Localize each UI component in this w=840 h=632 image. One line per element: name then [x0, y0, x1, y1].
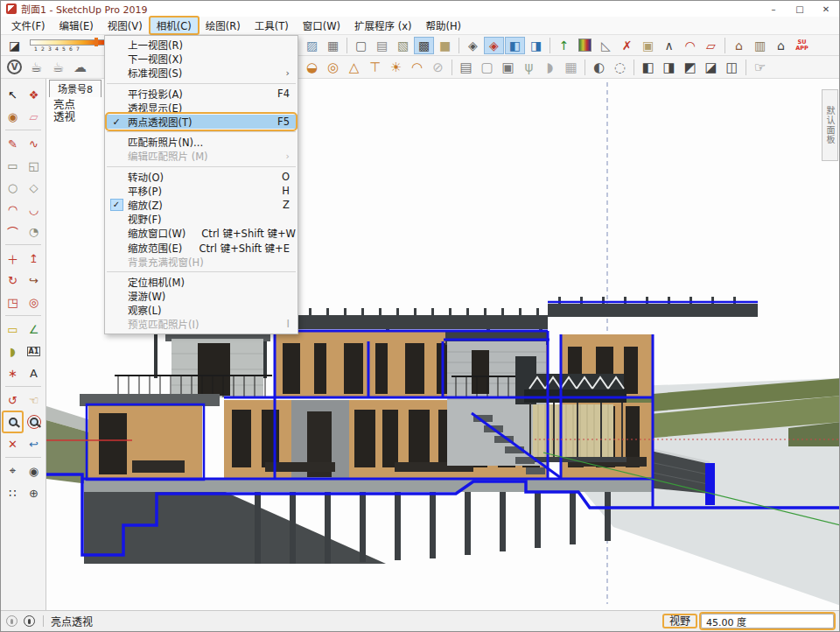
menu-camera[interactable]: 相机(C) [150, 17, 199, 34]
quad-face-icon[interactable]: ▱ [701, 37, 721, 54]
polygon-tool[interactable]: ◇ [24, 177, 44, 198]
sandbox-stamp-icon[interactable]: ⊤ [365, 57, 385, 77]
wireframe-icon[interactable]: ▢ [351, 37, 371, 54]
sandbox-add-detail-icon[interactable]: ◠ [407, 57, 427, 77]
eraser-tool[interactable]: ▱ [24, 106, 44, 127]
sandbox-from-scratch-icon[interactable]: ◎ [323, 57, 343, 77]
line-tool[interactable]: ✎ [3, 133, 23, 154]
default-tray-tab[interactable]: 默认面板 [822, 89, 838, 161]
sandbox-flip-edge-icon[interactable]: ⊘ [428, 57, 448, 77]
arc-tool[interactable]: ◠ [3, 199, 23, 220]
select-tool[interactable]: ↖ [3, 84, 23, 105]
previous-view-tool[interactable]: ↩ [24, 433, 44, 454]
shaded-textures-icon[interactable]: ▩ [414, 37, 434, 54]
rotated-rectangle-tool[interactable]: ◱ [24, 155, 44, 176]
zoom-tool[interactable] [3, 411, 23, 432]
minimize-button[interactable]: – [760, 1, 787, 17]
move-tool[interactable]: ＋ [3, 248, 23, 269]
xray-mode-icon[interactable]: ▨ [302, 37, 322, 54]
camera-menu-item-11[interactable]: 转动(O)O [105, 170, 298, 184]
chaos-cloud-icon[interactable]: ☁ [70, 57, 90, 77]
zoom-extents-tool[interactable]: ✕ [3, 433, 23, 454]
camera-menu-item-13[interactable]: ✓缩放(Z)Z [105, 198, 298, 212]
freehand-tool[interactable]: ∿ [24, 133, 44, 154]
path-frame-icon[interactable]: ∧ [659, 37, 679, 54]
box-new-icon[interactable]: ▣ [498, 57, 518, 77]
display-section-cuts-icon[interactable]: ◧ [505, 37, 525, 54]
menu-item-1[interactable]: 编辑(E) [52, 17, 101, 34]
camera-menu-item-0[interactable]: 上一视图(R) [105, 38, 298, 52]
match-photo-board-icon[interactable]: ▤ [456, 57, 476, 77]
scale-tool[interactable]: ◳ [3, 291, 23, 312]
make-component-tool[interactable]: ❖ [24, 84, 44, 105]
vray-interactive-render-icon[interactable]: ☕ [48, 57, 68, 77]
cube-style-4-icon[interactable]: ◪ [701, 57, 721, 77]
menu-item-0[interactable]: 文件(F) [4, 17, 52, 34]
camera-menu-item-14[interactable]: 视野(F) [105, 212, 298, 226]
arc-tool-red-icon[interactable]: ◠ [680, 37, 700, 54]
cube-style-1-icon[interactable]: ◧ [638, 57, 658, 77]
cube-style-2-icon[interactable]: ◨ [659, 57, 679, 77]
credits-icon[interactable] [24, 615, 35, 627]
axes-reset-icon[interactable]: ✗ [617, 37, 637, 54]
text-tool[interactable]: A1 [24, 341, 44, 362]
suapp-badge[interactable]: SUAPP [792, 37, 812, 54]
walk-tool[interactable]: ∷ [3, 482, 23, 503]
pie-tool[interactable]: ◔ [24, 221, 44, 242]
two-point-arc-tool[interactable]: ◡ [24, 199, 44, 220]
component-house-icon[interactable]: ⌂ [729, 37, 749, 54]
cube-style-5-icon[interactable]: ◫ [722, 57, 742, 77]
follow-me-tool[interactable]: ↪ [24, 270, 44, 291]
window-grid-icon[interactable]: ▦ [561, 57, 581, 77]
geolocation-icon[interactable] [6, 615, 18, 627]
camera-menu-item-2[interactable]: 标准视图(S)› [105, 66, 298, 80]
tape-measure-tool[interactable]: ▭ [3, 319, 23, 340]
menu-item-7[interactable]: 扩展程序 (x) [347, 17, 418, 34]
circle-tool[interactable]: ○ [3, 177, 23, 198]
menu-item-4[interactable]: 绘图(R) [199, 17, 248, 34]
cube-pointer-icon[interactable]: ☞ [750, 57, 770, 77]
axes-tool[interactable]: ∗ [3, 362, 23, 383]
vray-logo-icon[interactable]: V [4, 57, 24, 77]
compass-tool[interactable]: ⊕ [24, 482, 44, 503]
back-edges-icon[interactable]: ▦ [323, 37, 343, 54]
camera-menu-item-19[interactable]: 定位相机(M) [105, 275, 298, 289]
camera-menu-item-16[interactable]: 缩放范围(E)Ctrl 键+Shift 键+E [105, 240, 298, 254]
select-dashed-icon[interactable]: ◌ [610, 57, 630, 77]
pan-tool[interactable]: ☜ [24, 390, 44, 411]
rectangle-tool[interactable]: ▭ [3, 155, 23, 176]
close-button[interactable]: ✕ [813, 1, 839, 17]
flip-along-icon[interactable]: ◺ [596, 37, 616, 54]
orbit-tool[interactable]: ↺ [3, 390, 23, 411]
zoom-window-tool[interactable] [24, 411, 44, 432]
camera-menu-item-12[interactable]: 平移(P)H [105, 184, 298, 198]
paint-bucket-tool[interactable]: ◉ [3, 106, 23, 127]
menu-item-6[interactable]: 窗口(W) [296, 17, 347, 34]
camera-menu-item-21[interactable]: 观察(L) [105, 303, 298, 317]
shadow-time-strip[interactable]: 1234567 [30, 38, 110, 53]
scene-tab[interactable]: 场景号8 [49, 80, 102, 97]
home-view-icon[interactable]: ⌂ [771, 37, 791, 54]
shaded-icon[interactable]: ▧ [393, 37, 413, 54]
material-shell-tool[interactable]: ◗ [3, 341, 23, 362]
rotate-tool[interactable]: ↻ [3, 270, 23, 291]
spectrum-icon[interactable] [575, 37, 595, 54]
position-camera-tool[interactable]: ⌖ [3, 460, 23, 481]
camera-menu-item-8[interactable]: 匹配新照片(N)... [105, 135, 298, 149]
select-overlap-icon[interactable]: ◐ [589, 57, 609, 77]
section-fill-icon[interactable]: ◨ [526, 37, 546, 54]
menu-item-5[interactable]: 工具(T) [248, 17, 296, 34]
camera-menu-item-4[interactable]: 平行投影(A)F4 [105, 87, 298, 101]
leaf-tool-icon[interactable]: ◗ [540, 57, 560, 77]
offset-tool[interactable]: ◎ [24, 291, 44, 312]
model-box-icon[interactable]: ▥ [750, 37, 770, 54]
hidden-line-icon[interactable]: ▤ [372, 37, 392, 54]
texture-box-icon[interactable]: ▣ [638, 37, 658, 54]
shadow-settings-icon[interactable]: ◪ [4, 37, 24, 54]
menu-item-2[interactable]: 视图(V) [101, 17, 150, 34]
camera-menu-item-5[interactable]: 透视显示(E) [105, 101, 298, 115]
camera-menu-item-15[interactable]: 缩放窗口(W)Ctrl 键+Shift 键+W [105, 226, 298, 240]
vray-render-icon[interactable]: ☕ [26, 57, 46, 77]
menu-item-8[interactable]: 帮助(H) [418, 17, 468, 34]
box-outline-icon[interactable]: ▢ [477, 57, 497, 77]
